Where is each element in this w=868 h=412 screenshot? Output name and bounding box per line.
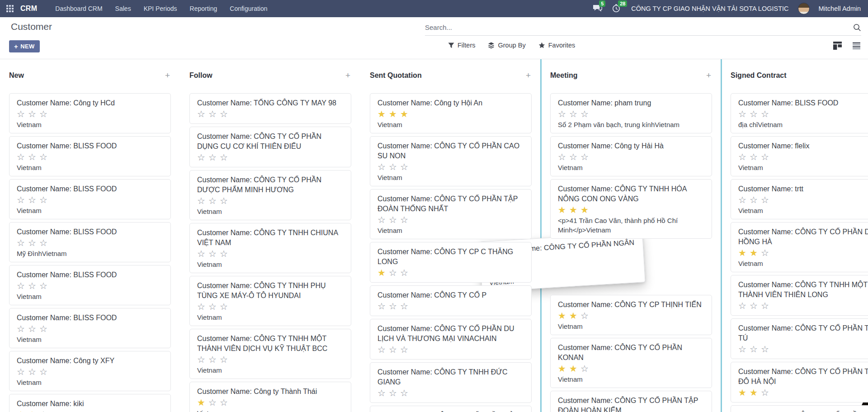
kanban-view-button[interactable]	[833, 42, 842, 50]
kanban-card[interactable]: Customer Name: CÔNG TY CỔ PHẦN DU LỊCH V…	[370, 319, 532, 360]
star-filled-icon[interactable]: ★	[750, 388, 758, 398]
star-filled-icon[interactable]: ★	[569, 364, 577, 374]
star-empty-icon[interactable]: ☆	[580, 152, 589, 162]
kanban-card[interactable]: Customer Name: CÔNG TY CỔ PHẦN CAO SU NO…	[370, 136, 532, 186]
star-empty-icon[interactable]: ☆	[761, 388, 769, 398]
star-filled-icon[interactable]: ★	[389, 109, 397, 119]
star-empty-icon[interactable]: ☆	[17, 195, 25, 205]
star-empty-icon[interactable]: ☆	[39, 195, 47, 205]
star-empty-icon[interactable]: ☆	[761, 195, 769, 205]
active-company[interactable]: CÔNG TY CP GIAO NHẬN VẬN TẢI SOTA LOGIST…	[631, 5, 788, 12]
star-empty-icon[interactable]: ☆	[400, 301, 408, 311]
star-empty-icon[interactable]: ☆	[750, 301, 758, 311]
star-empty-icon[interactable]: ☆	[750, 344, 758, 354]
star-filled-icon[interactable]: ★	[197, 398, 205, 407]
star-empty-icon[interactable]: ☆	[569, 109, 577, 119]
kanban-card[interactable]: Customer Name: CÔNG TY TNHH PHỤ TÙNG XE …	[189, 276, 351, 326]
star-empty-icon[interactable]: ☆	[377, 388, 386, 398]
kanban-card[interactable]: Customer Name: CÔNG TY CỔ PHẦN KONAN ★★☆…	[550, 338, 712, 388]
new-button[interactable]: + NEW	[9, 40, 40, 52]
star-empty-icon[interactable]: ☆	[220, 109, 228, 119]
star-empty-icon[interactable]: ☆	[389, 388, 397, 398]
star-empty-icon[interactable]: ☆	[389, 301, 397, 311]
star-empty-icon[interactable]: ☆	[400, 388, 408, 398]
add-card-button[interactable]: +	[526, 71, 531, 80]
activities-clock-icon[interactable]: 28	[612, 4, 622, 13]
star-filled-icon[interactable]: ★	[750, 248, 758, 258]
nav-item-kpi-periods[interactable]: KPI Periods	[137, 0, 184, 17]
star-empty-icon[interactable]: ☆	[197, 109, 205, 119]
star-empty-icon[interactable]: ☆	[569, 152, 577, 162]
star-filled-icon[interactable]: ★	[738, 248, 746, 258]
kanban-card[interactable]: Customer Name: CÔNG TY CỔ PHẦN DỤNG CỤ C…	[189, 127, 351, 167]
star-empty-icon[interactable]: ☆	[220, 249, 228, 259]
star-empty-icon[interactable]: ☆	[377, 162, 386, 172]
add-card-button[interactable]: +	[706, 71, 711, 80]
kanban-card[interactable]: Customer Name: CÔNG TY CỔ PHẦN TUẤN TÚ ☆…	[731, 318, 868, 359]
star-empty-icon[interactable]: ☆	[17, 152, 25, 162]
star-empty-icon[interactable]: ☆	[39, 324, 47, 334]
kanban-card[interactable]: Customer Name: CÔNG TY CP C THĂNG LONG ★…	[370, 242, 532, 283]
kanban-card[interactable]: Customer Name: trtt ☆☆☆ Vietnam	[731, 179, 868, 219]
star-empty-icon[interactable]: ☆	[197, 302, 205, 312]
messages-icon[interactable]: 5	[593, 4, 603, 13]
star-empty-icon[interactable]: ☆	[220, 398, 228, 407]
star-empty-icon[interactable]: ☆	[400, 162, 408, 172]
star-empty-icon[interactable]: ☆	[220, 355, 228, 365]
user-avatar[interactable]	[798, 3, 810, 14]
star-empty-icon[interactable]: ☆	[197, 355, 205, 365]
star-empty-icon[interactable]: ☆	[389, 215, 397, 225]
kanban-card[interactable]: Customer Name: CÔNG TY CỔ PHẦN TẬP ĐOÀN …	[370, 189, 532, 239]
user-menu[interactable]: Mitchell Admin	[819, 5, 861, 12]
kanban-card[interactable]: Customer Name: TỔNG CÔNG TY MAY 98 ☆☆☆	[189, 93, 351, 124]
star-empty-icon[interactable]: ☆	[220, 196, 228, 206]
search-input[interactable]: Search...	[425, 19, 861, 36]
kanban-card[interactable]: Customer Name: BLISS FOOD ☆☆☆ Vietnam	[9, 136, 171, 176]
star-empty-icon[interactable]: ☆	[39, 410, 47, 412]
star-empty-icon[interactable]: ☆	[400, 215, 408, 225]
kanban-card[interactable]: Customer Name: BLISS FOOD ☆☆☆ Mỹ ĐìnhVie…	[9, 222, 171, 262]
star-empty-icon[interactable]: ☆	[208, 109, 217, 119]
kanban-card[interactable]: Customer Name: CÔNG TY CỔ PHẦN TẬP ĐOÀN …	[550, 391, 712, 412]
star-empty-icon[interactable]: ☆	[738, 109, 746, 119]
star-empty-icon[interactable]: ☆	[400, 345, 408, 355]
star-filled-icon[interactable]: ★	[569, 311, 577, 321]
nav-item-dashboard-crm[interactable]: Dashboard CRM	[49, 0, 108, 17]
kanban-card[interactable]: Customer Name: Công ty XFY ☆☆☆ Vietnam	[9, 351, 171, 391]
star-empty-icon[interactable]: ☆	[389, 268, 397, 278]
filters-button[interactable]: Filters	[448, 42, 475, 49]
star-filled-icon[interactable]: ★	[377, 268, 386, 278]
star-empty-icon[interactable]: ☆	[377, 345, 386, 355]
kanban-card[interactable]: Customer Name: CÔNG TY TNHH MỘT THÀNH VI…	[189, 329, 351, 379]
kanban-card[interactable]: Customer Name: Công ty HCd ☆☆☆ Vietnam	[9, 93, 171, 133]
star-filled-icon[interactable]: ★	[558, 205, 566, 215]
star-empty-icon[interactable]: ☆	[580, 364, 589, 374]
favorites-button[interactable]: Favorites	[538, 42, 576, 49]
star-empty-icon[interactable]: ☆	[761, 152, 769, 162]
star-filled-icon[interactable]: ★	[28, 410, 36, 412]
star-empty-icon[interactable]: ☆	[28, 195, 36, 205]
star-empty-icon[interactable]: ☆	[17, 324, 25, 334]
star-empty-icon[interactable]: ☆	[208, 196, 217, 206]
add-card-button[interactable]: +	[165, 71, 170, 80]
star-empty-icon[interactable]: ☆	[750, 195, 758, 205]
kanban-card[interactable]: Customer Name: CÔNG TY CỔ PHẦN HẠNH PHÚC…	[731, 405, 868, 412]
star-empty-icon[interactable]: ☆	[738, 152, 746, 162]
kanban-card[interactable]: Customer Name: BLISS FOOD ☆☆☆ Vietnam	[9, 179, 171, 219]
star-empty-icon[interactable]: ☆	[39, 109, 47, 119]
star-empty-icon[interactable]: ☆	[377, 215, 386, 225]
kanban-card[interactable]: Customer Name: CÔNG TY TNHH MỘT THÀNH VI…	[731, 275, 868, 316]
kanban-card[interactable]: Customer Name: CÔNG TY TNHH HÓA NÔNG CON…	[550, 179, 712, 239]
star-empty-icon[interactable]: ☆	[208, 355, 217, 365]
star-filled-icon[interactable]: ★	[580, 205, 589, 215]
kanban-card[interactable]: Customer Name: Công ty Hội An ★★★ Vietna…	[370, 93, 532, 133]
nav-item-sales[interactable]: Sales	[109, 0, 137, 17]
star-empty-icon[interactable]: ☆	[389, 162, 397, 172]
star-empty-icon[interactable]: ☆	[28, 238, 36, 248]
star-empty-icon[interactable]: ☆	[389, 345, 397, 355]
star-filled-icon[interactable]: ★	[569, 205, 577, 215]
kanban-card[interactable]: Customer Name: pham trung ☆☆☆ Số 2 Phạm …	[550, 93, 712, 133]
star-empty-icon[interactable]: ☆	[197, 152, 205, 162]
star-empty-icon[interactable]: ☆	[39, 367, 47, 377]
star-empty-icon[interactable]: ☆	[580, 109, 589, 119]
